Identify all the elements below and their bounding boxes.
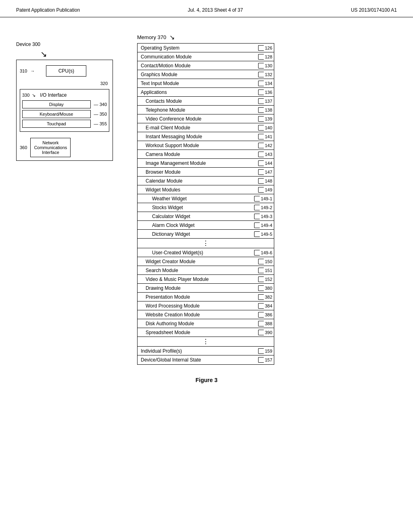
ref-number: 137: [265, 99, 272, 104]
memory-title: Memory 370 ↘: [137, 33, 397, 41]
table-row: Video Conference Module139: [138, 114, 274, 123]
network-num: 360: [20, 145, 27, 150]
touchpad-label: Touchpad: [47, 121, 66, 126]
ref-number: 151: [265, 268, 272, 273]
dots-row: ⋮: [138, 239, 274, 248]
ref-bracket-icon: [258, 63, 264, 69]
table-row: Dictionary Widget149-5: [138, 230, 274, 239]
ref-number: 149-2: [261, 205, 272, 210]
ref-bracket-icon: [258, 98, 264, 104]
ref-bracket-icon: [254, 231, 260, 237]
table-row: Telephone Module138: [138, 106, 274, 114]
device-label: Device 300: [16, 42, 121, 47]
table-row: Communication Module128: [138, 52, 274, 61]
ref-number: 149-6: [261, 250, 272, 255]
ref-number: 148: [265, 179, 272, 183]
table-row: Contact/Motion Module130: [138, 61, 274, 70]
io-section: 330 ↘ I/O Interface Display — 340 Keyboa…: [20, 89, 109, 132]
device-diagram: Device 300 ↘ 310 → CPU(s) 320 330 ↘ I/O …: [16, 42, 121, 161]
io-num: 330: [22, 93, 29, 98]
table-row: Device/Global Internal State157: [138, 355, 274, 364]
table-row: Spreadsheet Module390: [138, 328, 274, 337]
ref-number: 139: [265, 116, 272, 121]
memory-diagram: Memory 370 ↘ Operating System126Communic…: [137, 29, 397, 365]
ref-number: 149-5: [261, 232, 272, 237]
ref-number: 132: [265, 72, 272, 77]
cpu-label: CPU(s): [58, 68, 74, 74]
io-label: I/O Interface: [38, 91, 69, 99]
ref-bracket-icon: [254, 205, 260, 210]
table-row: Workout Support Module142: [138, 141, 274, 150]
ref-bracket-icon: [258, 348, 264, 354]
table-row: Word Processing Module384: [138, 301, 274, 310]
ref-bracket-icon: [258, 294, 264, 300]
cpu-row: 310 → CPU(s): [20, 63, 109, 79]
table-row: Image Management Module144: [138, 159, 274, 168]
table-row: Applications136: [138, 88, 274, 97]
ref-bracket-icon: [258, 81, 264, 86]
ref-bracket-icon: [258, 268, 264, 273]
device-arrow: ↘: [40, 49, 121, 59]
table-row: Instant Messaging Module141: [138, 132, 274, 141]
touchpad-row: Touchpad — 355: [22, 120, 107, 128]
display-box: Display: [22, 100, 91, 108]
ref-bracket-icon: [258, 259, 264, 264]
ref-number: 149-4: [261, 223, 272, 228]
table-row: Disk Authoring Module388: [138, 319, 274, 328]
ref-bracket-icon: [258, 160, 264, 166]
table-row: User-Created Widget(s)149-6: [138, 248, 274, 257]
touchpad-box: Touchpad: [22, 120, 91, 128]
ref-number: 386: [265, 312, 272, 317]
ref-number: 384: [265, 303, 272, 308]
header-right: US 2013/0174100 A1: [351, 7, 397, 13]
ref-bracket-icon: [258, 107, 264, 113]
device-box: 310 → CPU(s) 320 330 ↘ I/O Interface D: [16, 60, 113, 161]
table-row: Widget Creator Module150: [138, 257, 274, 266]
table-row: Drawing Module380: [138, 284, 274, 293]
ref-number: 130: [265, 63, 272, 68]
ref-number: 147: [265, 170, 272, 175]
table-row: Camera Module143: [138, 150, 274, 159]
ref-bracket-icon: [258, 303, 264, 309]
ref-number: 128: [265, 54, 272, 59]
ref-bracket-icon: [258, 169, 264, 175]
io-num2: 320: [20, 81, 109, 86]
ref-bracket-icon: [258, 125, 264, 131]
ref-number: 149: [265, 187, 272, 192]
ref-bracket-icon: [258, 134, 264, 139]
ref-bracket-icon: [258, 330, 264, 335]
ref-number: 142: [265, 143, 272, 148]
ref-bracket-icon: [258, 321, 264, 326]
table-row: Calendar Module148: [138, 177, 274, 185]
network-box: Network Communications Interface: [30, 138, 71, 157]
display-row: Display — 340: [22, 100, 107, 108]
network-section: 360 Network Communications Interface: [20, 138, 109, 157]
ref-number: 157: [265, 357, 272, 362]
ref-number: 144: [265, 161, 272, 166]
cpu-num: 310: [20, 69, 27, 73]
table-row: Widget Modules149: [138, 185, 274, 194]
header-center: Jul. 4, 2013 Sheet 4 of 37: [188, 7, 243, 13]
ref-number: 126: [265, 46, 272, 50]
keyboard-num: — 350: [94, 112, 107, 116]
table-row: Contacts Module137: [138, 97, 274, 106]
touchpad-num: — 355: [94, 121, 107, 126]
main-content: Device 300 ↘ 310 → CPU(s) 320 330 ↘ I/O …: [0, 17, 413, 395]
ref-number: 159: [265, 349, 272, 353]
ref-bracket-icon: [258, 276, 264, 282]
ref-bracket-icon: [258, 116, 264, 122]
table-row: Video & Music Player Module152: [138, 275, 274, 284]
table-row: Text Input Module134: [138, 79, 274, 88]
ref-bracket-icon: [258, 178, 264, 184]
ref-bracket-icon: [258, 45, 264, 51]
ref-bracket-icon: [258, 357, 264, 363]
display-num: — 340: [94, 102, 107, 107]
ref-number: 388: [265, 321, 272, 326]
ref-number: 134: [265, 81, 272, 86]
header-left: Patent Application Publication: [16, 7, 80, 13]
ref-bracket-icon: [254, 250, 260, 256]
table-row: Presentation Module382: [138, 293, 274, 301]
table-row: Stocks Widget149-2: [138, 203, 274, 212]
table-row: Weather Widget149-1: [138, 194, 274, 203]
ref-bracket-icon: [258, 143, 264, 148]
